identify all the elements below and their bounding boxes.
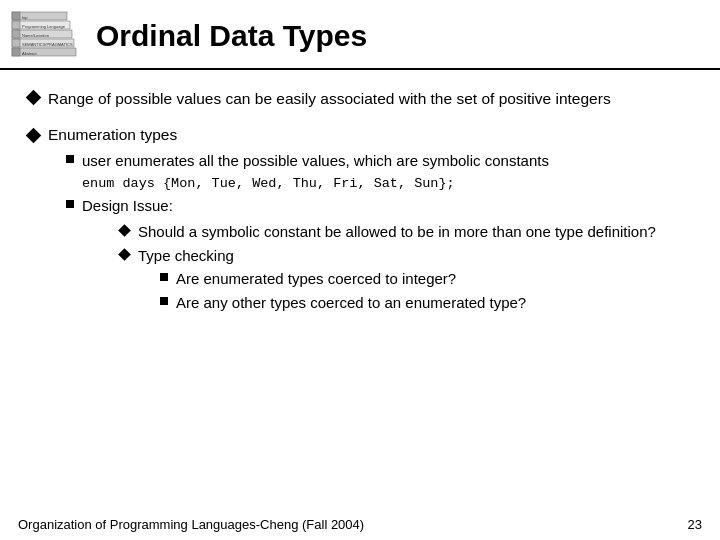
- svg-text:Programming Language: Programming Language: [22, 24, 66, 29]
- diamond-icon-3: [118, 224, 131, 237]
- svg-rect-10: [12, 39, 20, 47]
- svg-text:Abstract: Abstract: [22, 51, 38, 56]
- bullet-2: Enumeration types: [28, 126, 692, 144]
- page-header: top Programming Language Name/Location S…: [0, 0, 720, 70]
- bullet-2-label: Enumeration types: [48, 126, 177, 144]
- square-icon-4: [160, 297, 168, 305]
- diamond-icon-2: [26, 128, 42, 144]
- type-checking-sublist: Are enumerated types coerced to integer?…: [160, 268, 526, 314]
- type-check-sub2-text: Are any other types coerced to an enumer…: [176, 292, 526, 314]
- diamond-icon-4: [118, 248, 131, 261]
- footer-page-number: 23: [688, 517, 702, 532]
- bullet-1-text: Range of possible values can be easily a…: [48, 88, 611, 110]
- square-icon-1: [66, 155, 74, 163]
- design-sub-list: Should a symbolic constant be allowed to…: [120, 221, 656, 316]
- type-check-sub1: Are enumerated types coerced to integer?: [160, 268, 526, 290]
- design-bullet-1-text: Should a symbolic constant be allowed to…: [138, 221, 656, 243]
- design-bullet-2: Type checking Are enumerated types coerc…: [120, 245, 656, 316]
- page-title: Ordinal Data Types: [96, 19, 367, 53]
- enum-sub1-text: user enumerates all the possible values,…: [82, 150, 549, 172]
- svg-rect-7: [12, 30, 20, 38]
- main-content: Range of possible values can be easily a…: [0, 70, 720, 334]
- svg-rect-13: [12, 48, 20, 56]
- design-issue-container: Design Issue: Should a symbolic constant…: [82, 195, 656, 318]
- type-checking-container: Type checking Are enumerated types coerc…: [138, 245, 526, 316]
- design-issue-label: Design Issue:: [82, 197, 173, 214]
- enum-sub1: user enumerates all the possible values,…: [66, 150, 692, 172]
- svg-text:top: top: [22, 15, 28, 20]
- page-footer: Organization of Programming Languages-Ch…: [0, 517, 720, 532]
- code-block: enum days {Mon, Tue, Wed, Thu, Fri, Sat,…: [82, 176, 692, 191]
- footer-left: Organization of Programming Languages-Ch…: [18, 517, 364, 532]
- diamond-icon-1: [26, 90, 42, 106]
- type-checking-label: Type checking: [138, 247, 234, 264]
- design-bullet-1: Should a symbolic constant be allowed to…: [120, 221, 656, 243]
- type-check-sub1-text: Are enumerated types coerced to integer?: [176, 268, 456, 290]
- square-icon-3: [160, 273, 168, 281]
- book-stack-logo: top Programming Language Name/Location S…: [10, 10, 82, 62]
- type-check-sub2: Are any other types coerced to an enumer…: [160, 292, 526, 314]
- enum-sublist: user enumerates all the possible values,…: [66, 150, 692, 318]
- bullet-1: Range of possible values can be easily a…: [28, 88, 692, 110]
- svg-text:Name/Location: Name/Location: [22, 33, 49, 38]
- enum-sub2: Design Issue: Should a symbolic constant…: [66, 195, 692, 318]
- square-icon-2: [66, 200, 74, 208]
- svg-text:SEMANTICS/PRAGMATICS: SEMANTICS/PRAGMATICS: [22, 42, 73, 47]
- svg-rect-1: [12, 12, 20, 20]
- svg-rect-4: [12, 21, 20, 29]
